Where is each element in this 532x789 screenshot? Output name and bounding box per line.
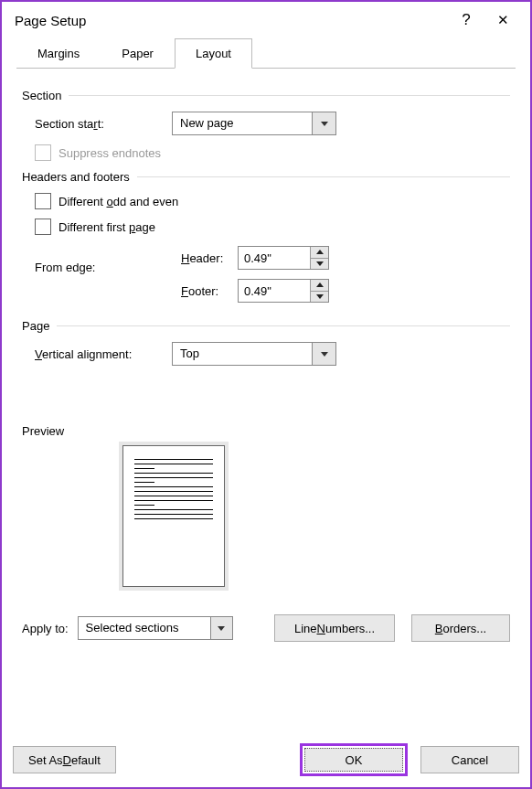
footer-spinner[interactable] xyxy=(238,279,329,303)
apply-to-value: Selected sections xyxy=(79,617,210,639)
preview-thumbnail xyxy=(122,445,225,587)
preview-group-header: Preview xyxy=(22,424,510,438)
spin-up-icon[interactable] xyxy=(311,280,328,292)
dialog-buttons: Set As Default OK Cancel xyxy=(4,732,528,785)
tab-paper[interactable]: Paper xyxy=(101,38,175,69)
chevron-down-icon xyxy=(312,112,335,134)
header-spinner[interactable] xyxy=(238,246,329,270)
from-edge-label: From edge: xyxy=(35,244,181,274)
tabstrip: Margins Paper Layout xyxy=(16,38,516,69)
headers-footers-group-header: Headers and footers xyxy=(22,170,510,184)
header-label: Header: xyxy=(181,251,238,265)
headers-footers-label: Headers and footers xyxy=(22,170,137,184)
vertical-alignment-value: Top xyxy=(173,343,312,365)
close-button[interactable]: ✕ xyxy=(484,12,521,28)
page-label: Page xyxy=(22,319,57,333)
set-as-default-button[interactable]: Set As Default xyxy=(13,746,116,773)
suppress-endnotes-label: Suppress endnotes xyxy=(59,146,161,160)
spinner-buttons[interactable] xyxy=(310,247,328,269)
ok-button[interactable]: OK xyxy=(304,748,403,772)
chevron-down-icon xyxy=(312,343,335,365)
from-edge-row: From edge: Header: Footer: xyxy=(22,244,510,310)
suppress-endnotes-checkbox: Suppress endnotes xyxy=(35,144,510,161)
different-odd-even-label: Different odd and even xyxy=(59,195,178,208)
preview-label: Preview xyxy=(22,424,71,438)
line-numbers-button[interactable]: Line Numbers... xyxy=(274,614,395,642)
apply-to-label: Apply to: xyxy=(22,622,69,635)
tab-margins[interactable]: Margins xyxy=(16,38,101,69)
different-first-page-checkbox[interactable]: Different first page xyxy=(35,219,510,235)
page-group-header: Page xyxy=(22,319,510,333)
section-start-value: New page xyxy=(173,112,312,134)
ok-highlight: OK xyxy=(300,743,408,776)
help-button[interactable]: ? xyxy=(448,11,484,29)
apply-row: Apply to: Selected sections Line Numbers… xyxy=(2,607,530,649)
spin-down-icon[interactable] xyxy=(311,292,328,303)
tab-layout[interactable]: Layout xyxy=(175,38,252,69)
from-edge-fields: Header: Footer: xyxy=(181,244,329,310)
vertical-alignment-select[interactable]: Top xyxy=(172,342,336,366)
divider xyxy=(57,325,510,326)
spin-up-icon[interactable] xyxy=(311,247,328,259)
different-odd-even-checkbox[interactable]: Different odd and even xyxy=(35,193,510,209)
section-label: Section xyxy=(22,89,69,102)
cancel-button[interactable]: Cancel xyxy=(420,746,519,773)
section-start-row: Section start: New page xyxy=(22,112,510,135)
section-start-select[interactable]: New page xyxy=(172,112,336,135)
checkbox-box xyxy=(35,219,51,235)
section-start-label: Section start: xyxy=(35,117,172,131)
spinner-buttons[interactable] xyxy=(310,280,328,302)
footer-input[interactable] xyxy=(239,280,310,302)
chevron-down-icon xyxy=(210,617,232,639)
layout-panel: Section Section start: New page Suppress… xyxy=(2,69,530,607)
different-first-page-label: Different first page xyxy=(59,220,155,234)
apply-to-select[interactable]: Selected sections xyxy=(78,616,233,640)
header-input[interactable] xyxy=(239,247,310,269)
footer-label: Footer: xyxy=(181,284,238,298)
dialog-title: Page Setup xyxy=(11,13,448,28)
vertical-alignment-row: Vertical alignment: Top xyxy=(22,342,510,366)
section-group-header: Section xyxy=(22,89,510,102)
titlebar: Page Setup ? ✕ xyxy=(2,2,530,38)
checkbox-box xyxy=(35,144,51,161)
divider xyxy=(137,176,510,177)
borders-button[interactable]: Borders... xyxy=(411,614,510,642)
spin-down-icon[interactable] xyxy=(311,259,328,270)
checkbox-box xyxy=(35,193,51,209)
vertical-alignment-label: Vertical alignment: xyxy=(35,347,172,361)
divider xyxy=(69,95,510,96)
